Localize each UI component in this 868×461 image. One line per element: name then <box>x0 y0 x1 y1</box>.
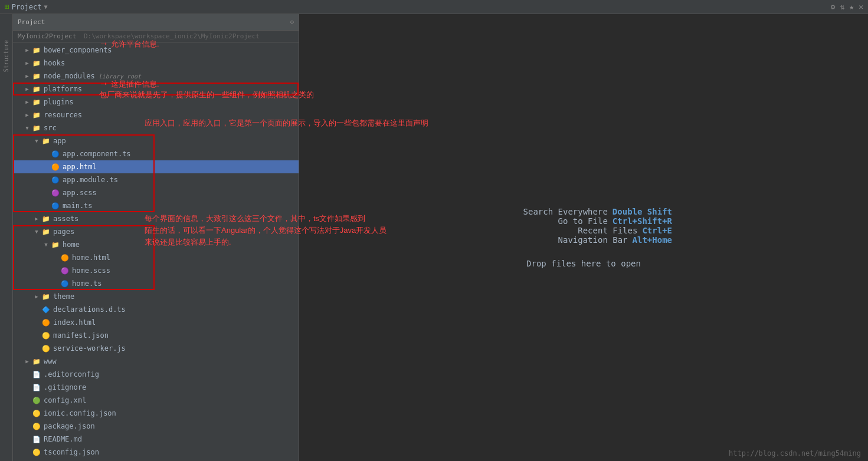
tree-file-icon-config.xml: 🟢 <box>32 396 41 405</box>
tree-item-theme[interactable]: 📁theme <box>13 290 299 303</box>
left-side-tabs: Structure <box>0 14 13 461</box>
close-icon[interactable]: ✕ <box>859 2 863 11</box>
tree-item-.editorconfig[interactable]: 📄.editorconfig <box>13 368 299 381</box>
tree-label-package.json: package.json <box>44 422 95 430</box>
tree-file-icon-README.md: 📄 <box>32 434 41 444</box>
tree-item-.gitignore[interactable]: 📄.gitignore <box>13 381 299 394</box>
tree-label-app.scss: app.scss <box>63 189 97 197</box>
sync-icon[interactable]: ⇅ <box>840 2 845 11</box>
tree-label-plugins: plugins <box>44 98 74 106</box>
tree-arrow-app.html <box>41 162 51 172</box>
run-icon[interactable]: ★ <box>849 2 854 11</box>
tree-label-home.html: home.html <box>72 253 110 262</box>
tree-arrow-assets[interactable] <box>32 214 41 223</box>
tree-item-assets[interactable]: 📁assets <box>13 212 299 225</box>
project-icon: ⊞ <box>5 2 9 11</box>
tree-item-app.scss[interactable]: 🟣app.scss <box>13 186 299 199</box>
sidebar-path-bar: MyIonic2Project D:\workspace\workspace_i… <box>13 31 299 42</box>
tree-arrow-resources[interactable] <box>22 110 32 120</box>
tree-item-app.component.ts[interactable]: 🔵app.component.ts <box>13 147 299 160</box>
tree-arrow-bower_components[interactable] <box>22 45 32 55</box>
tree-file-icon-home.html: 🟠 <box>60 253 70 262</box>
tree-item-home.ts[interactable]: 🔵home.ts <box>13 277 299 290</box>
editor-area: Search EverywhereDouble ShiftGo to FileC… <box>299 14 868 461</box>
tree-arrow-theme[interactable] <box>32 292 41 301</box>
tree-file-icon-www: 📁 <box>32 357 41 366</box>
tree-item-resources[interactable]: 📁resources <box>13 108 299 121</box>
tree-file-icon-home.scss: 🟣 <box>60 266 70 275</box>
tree-label-home: home <box>63 241 80 249</box>
tree-item-home.scss[interactable]: 🟣home.scss <box>13 264 299 277</box>
tree-item-tsconfig.json[interactable]: 🟡tsconfig.json <box>13 446 299 459</box>
tree-arrow-manifest.json <box>32 331 41 340</box>
tree-item-bower_components[interactable]: 📁bower_components <box>13 44 299 57</box>
shortcut-row: Go to FileCtrl+Shift+R <box>495 216 672 226</box>
tree-arrow-hooks[interactable] <box>22 58 32 68</box>
tree-arrow-app.module.ts <box>41 175 51 185</box>
tree-label-node_modules: node_modules <box>44 72 95 80</box>
tree-arrow-home[interactable] <box>41 240 51 249</box>
tree-label-app.component.ts: app.component.ts <box>63 150 131 158</box>
tree-item-README.md[interactable]: 📄README.md <box>13 433 299 446</box>
tree-label-index.html: index.html <box>53 318 96 327</box>
tree-item-config.xml[interactable]: 🟢config.xml <box>13 394 299 407</box>
tree-arrow-main.ts <box>41 201 51 210</box>
tree-item-app[interactable]: 📁app <box>13 134 299 147</box>
tree-item-home[interactable]: 📁home <box>13 238 299 251</box>
tree-item-www[interactable]: 📁www <box>13 355 299 368</box>
tree-item-package.json[interactable]: 🟡package.json <box>13 420 299 433</box>
tree-file-icon-service-worker.js: 🟡 <box>41 344 51 353</box>
tree-item-src[interactable]: 📁src <box>13 121 299 134</box>
tree-arrow-node_modules[interactable] <box>22 71 32 81</box>
tree-arrow-platforms[interactable] <box>22 84 32 94</box>
tree-arrow-app[interactable] <box>32 136 41 146</box>
tree-file-icon-app: 📁 <box>41 136 51 146</box>
shortcut-key[interactable]: Ctrl+Shift+R <box>612 216 672 226</box>
tree-file-icon-package.json: 🟡 <box>32 422 41 431</box>
tree-label-pages: pages <box>53 228 74 236</box>
sidebar-header-label: Project <box>18 18 45 26</box>
tree-item-manifest.json[interactable]: 🟡manifest.json <box>13 329 299 342</box>
tree-item-index.html[interactable]: 🟠index.html <box>13 316 299 329</box>
tree-label-src: src <box>44 124 57 132</box>
tree-arrow-plugins[interactable] <box>22 97 32 107</box>
tree-item-hooks[interactable]: 📁hooks <box>13 57 299 70</box>
tree-file-icon-app.scss: 🟣 <box>51 188 60 197</box>
tree-item-platforms[interactable]: 📁platforms <box>13 83 299 96</box>
tree-item-declarations.d.ts[interactable]: 🔷declarations.d.ts <box>13 303 299 316</box>
tree-item-main.ts[interactable]: 🔵main.ts <box>13 199 299 212</box>
tree-label-.gitignore: .gitignore <box>44 383 86 391</box>
tree-item-service-worker.js[interactable]: 🟡service-worker.js <box>13 342 299 355</box>
tree-item-app.module.ts[interactable]: 🔵app.module.ts <box>13 173 299 186</box>
tree-item-plugins[interactable]: 📁plugins <box>13 96 299 108</box>
welcome-panel: Search EverywhereDouble ShiftGo to FileC… <box>299 14 868 461</box>
shortcut-key[interactable]: Alt+Home <box>633 235 672 245</box>
tree-item-tslint.json[interactable]: 🟡tslint.json <box>13 459 299 461</box>
tree-file-icon-home: 📁 <box>51 240 60 249</box>
tree-arrow-home.scss <box>51 266 60 275</box>
tree-label-assets: assets <box>53 215 78 223</box>
tree-file-icon-manifest.json: 🟡 <box>41 331 51 340</box>
tree-arrow-tsconfig.json <box>22 447 32 457</box>
tree-arrow-pages[interactable] <box>32 227 41 236</box>
tree-label-manifest.json: manifest.json <box>53 331 109 340</box>
sidebar-gear-icon[interactable]: ⚙ <box>290 18 294 26</box>
tree-arrow-www[interactable] <box>22 357 32 366</box>
shortcut-label: Navigation Bar <box>495 235 628 245</box>
tree-item-node_modules[interactable]: 📁node_moduleslibrary root <box>13 70 299 83</box>
tree-item-ionic.config.json[interactable]: 🟡ionic.config.json <box>13 407 299 420</box>
tree-file-icon-theme: 📁 <box>41 292 51 301</box>
tree-arrow-src[interactable] <box>22 123 32 133</box>
shortcut-key[interactable]: Ctrl+E <box>642 226 672 235</box>
shortcut-key[interactable]: Double Shift <box>612 207 672 216</box>
sidebar-tree: 📁bower_components📁hooks📁node_moduleslibr… <box>13 42 299 461</box>
tree-arrow-service-worker.js <box>32 344 41 353</box>
title-dropdown-icon[interactable]: ▼ <box>44 4 47 10</box>
shortcut-row: Search EverywhereDouble Shift <box>495 207 672 216</box>
tree-item-app.html[interactable]: 🟠app.html <box>13 160 299 173</box>
settings-icon[interactable]: ⚙ <box>831 2 836 11</box>
structure-tab[interactable]: Structure <box>2 38 11 74</box>
tree-arrow-home.ts <box>51 279 60 288</box>
tree-item-home.html[interactable]: 🟠home.html <box>13 251 299 264</box>
tree-item-pages[interactable]: 📁pages <box>13 225 299 238</box>
